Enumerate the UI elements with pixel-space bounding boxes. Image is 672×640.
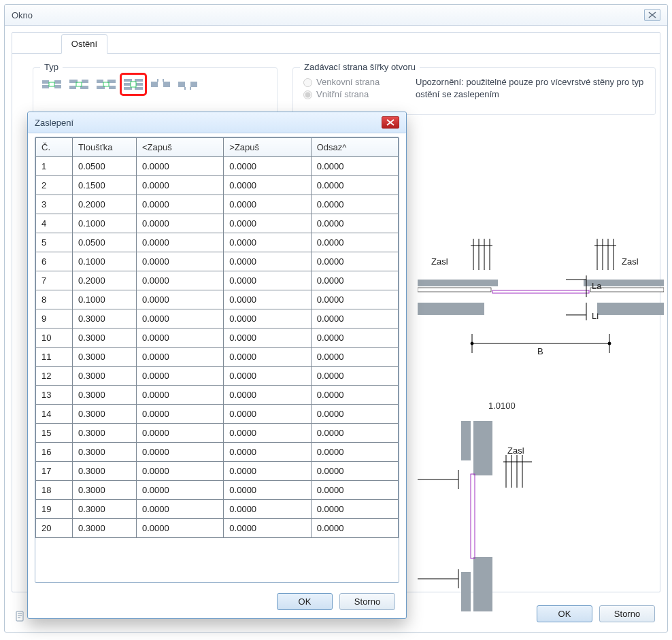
table-row[interactable]: 100.30000.00000.00000.0000 xyxy=(36,329,399,348)
table-row[interactable]: 90.30000.00000.00000.0000 xyxy=(36,309,399,329)
table-row[interactable]: 80.10000.00000.00000.0000 xyxy=(36,290,399,309)
cell-off[interactable]: 0.0000 xyxy=(311,252,398,271)
col-off[interactable]: Odsaz^ xyxy=(311,138,398,157)
cell-gt[interactable]: 0.0000 xyxy=(224,481,311,500)
zasl-ok-button[interactable]: OK xyxy=(277,593,333,610)
tab-osteni[interactable]: Ostění xyxy=(61,34,107,54)
cell-off[interactable]: 0.0000 xyxy=(311,329,398,348)
cell-no[interactable]: 7 xyxy=(36,271,73,290)
cell-off[interactable]: 0.0000 xyxy=(311,367,398,386)
cell-gt[interactable]: 0.0000 xyxy=(224,348,311,367)
cell-thick[interactable]: 0.3000 xyxy=(73,348,137,367)
cell-no[interactable]: 12 xyxy=(36,367,73,386)
cell-off[interactable]: 0.0000 xyxy=(311,157,398,176)
zasl-close-button[interactable] xyxy=(382,116,399,129)
col-no[interactable]: Č. xyxy=(36,138,73,157)
cell-off[interactable]: 0.0000 xyxy=(311,405,398,424)
cell-off[interactable]: 0.0000 xyxy=(311,519,398,538)
cell-no[interactable]: 17 xyxy=(36,462,73,481)
table-row[interactable]: 60.10000.00000.00000.0000 xyxy=(36,252,399,271)
cell-no[interactable]: 18 xyxy=(36,481,73,500)
type-option-2[interactable] xyxy=(67,75,90,94)
type-option-1[interactable] xyxy=(40,75,63,94)
cell-no[interactable]: 2 xyxy=(36,176,73,195)
cell-off[interactable]: 0.0000 xyxy=(311,176,398,195)
okno-ok-button[interactable]: OK xyxy=(537,605,592,622)
cell-off[interactable]: 0.0000 xyxy=(311,214,398,233)
cell-off[interactable]: 0.0000 xyxy=(311,309,398,329)
cell-no[interactable]: 10 xyxy=(36,329,73,348)
cell-no[interactable]: 15 xyxy=(36,424,73,443)
cell-gt[interactable]: 0.0000 xyxy=(224,424,311,443)
cell-thick[interactable]: 0.3000 xyxy=(73,386,137,405)
cell-lt[interactable]: 0.0000 xyxy=(137,176,224,195)
cell-off[interactable]: 0.0000 xyxy=(311,195,398,214)
cell-gt[interactable]: 0.0000 xyxy=(224,367,311,386)
table-row[interactable]: 70.20000.00000.00000.0000 xyxy=(36,271,399,290)
table-row[interactable]: 200.30000.00000.00000.0000 xyxy=(36,519,399,538)
radio-inner-input[interactable] xyxy=(303,90,312,99)
cell-thick[interactable]: 0.1000 xyxy=(73,290,137,309)
table-row[interactable]: 10.05000.00000.00000.0000 xyxy=(36,157,399,176)
okno-cancel-button[interactable]: Storno xyxy=(599,605,655,622)
cell-no[interactable]: 11 xyxy=(36,348,73,367)
cell-lt[interactable]: 0.0000 xyxy=(137,424,224,443)
cell-lt[interactable]: 0.0000 xyxy=(137,500,224,519)
cell-off[interactable]: 0.0000 xyxy=(311,271,398,290)
cell-gt[interactable]: 0.0000 xyxy=(224,309,311,329)
cell-lt[interactable]: 0.0000 xyxy=(137,462,224,481)
cell-thick[interactable]: 0.3000 xyxy=(73,367,137,386)
cell-no[interactable]: 20 xyxy=(36,519,73,538)
cell-off[interactable]: 0.0000 xyxy=(311,290,398,309)
cell-thick[interactable]: 0.3000 xyxy=(73,405,137,424)
cell-thick[interactable]: 0.0500 xyxy=(73,157,137,176)
cell-no[interactable]: 19 xyxy=(36,500,73,519)
cell-lt[interactable]: 0.0000 xyxy=(137,405,224,424)
cell-thick[interactable]: 0.3000 xyxy=(73,443,137,462)
zasl-cancel-button[interactable]: Storno xyxy=(339,593,395,610)
okno-close-button[interactable] xyxy=(644,9,660,21)
cell-thick[interactable]: 0.3000 xyxy=(73,500,137,519)
cell-no[interactable]: 3 xyxy=(36,195,73,214)
cell-gt[interactable]: 0.0000 xyxy=(224,214,311,233)
cell-lt[interactable]: 0.0000 xyxy=(137,348,224,367)
type-option-6[interactable] xyxy=(176,75,199,94)
cell-lt[interactable]: 0.0000 xyxy=(137,519,224,538)
type-option-4[interactable] xyxy=(122,75,145,94)
cell-no[interactable]: 8 xyxy=(36,290,73,309)
cell-thick[interactable]: 0.3000 xyxy=(73,519,137,538)
cell-lt[interactable]: 0.0000 xyxy=(137,481,224,500)
table-row[interactable]: 50.05000.00000.00000.0000 xyxy=(36,233,399,252)
cell-no[interactable]: 13 xyxy=(36,386,73,405)
cell-thick[interactable]: 0.0500 xyxy=(73,233,137,252)
cell-thick[interactable]: 0.2000 xyxy=(73,271,137,290)
cell-lt[interactable]: 0.0000 xyxy=(137,271,224,290)
cell-thick[interactable]: 0.3000 xyxy=(73,462,137,481)
cell-no[interactable]: 6 xyxy=(36,252,73,271)
table-row[interactable]: 150.30000.00000.00000.0000 xyxy=(36,424,399,443)
cell-no[interactable]: 9 xyxy=(36,309,73,329)
cell-off[interactable]: 0.0000 xyxy=(311,424,398,443)
cell-gt[interactable]: 0.0000 xyxy=(224,157,311,176)
cell-off[interactable]: 0.0000 xyxy=(311,233,398,252)
cell-lt[interactable]: 0.0000 xyxy=(137,309,224,329)
cell-no[interactable]: 4 xyxy=(36,214,73,233)
type-option-3[interactable] xyxy=(95,75,118,94)
table-row[interactable]: 180.30000.00000.00000.0000 xyxy=(36,481,399,500)
cell-gt[interactable]: 0.0000 xyxy=(224,195,311,214)
cell-off[interactable]: 0.0000 xyxy=(311,348,398,367)
table-row[interactable]: 130.30000.00000.00000.0000 xyxy=(36,386,399,405)
cell-no[interactable]: 1 xyxy=(36,157,73,176)
cell-lt[interactable]: 0.0000 xyxy=(137,157,224,176)
cell-lt[interactable]: 0.0000 xyxy=(137,367,224,386)
table-row[interactable]: 190.30000.00000.00000.0000 xyxy=(36,500,399,519)
cell-lt[interactable]: 0.0000 xyxy=(137,443,224,462)
cell-thick[interactable]: 0.1000 xyxy=(73,214,137,233)
cell-gt[interactable]: 0.0000 xyxy=(224,329,311,348)
cell-thick[interactable]: 0.1000 xyxy=(73,252,137,271)
col-gt[interactable]: >Zapuš xyxy=(224,138,311,157)
cell-lt[interactable]: 0.0000 xyxy=(137,386,224,405)
cell-thick[interactable]: 0.2000 xyxy=(73,195,137,214)
table-row[interactable]: 120.30000.00000.00000.0000 xyxy=(36,367,399,386)
cell-no[interactable]: 14 xyxy=(36,405,73,424)
